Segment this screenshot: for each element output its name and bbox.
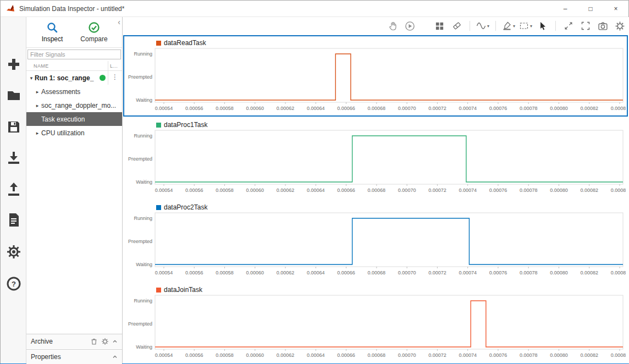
svg-text:0.00058: 0.00058 bbox=[216, 187, 234, 193]
svg-text:0.00070: 0.00070 bbox=[398, 352, 416, 358]
tree-item-cpu-utilization[interactable]: ▸CPU utilization bbox=[26, 126, 122, 140]
svg-text:0.00060: 0.00060 bbox=[246, 187, 264, 193]
svg-text:Running: Running bbox=[134, 216, 152, 221]
svg-text:Waiting: Waiting bbox=[136, 179, 152, 185]
import-button[interactable] bbox=[5, 149, 22, 166]
chart-dataReadTask[interactable]: dataReadTask RunningPreemptedWaiting0.00… bbox=[123, 35, 628, 117]
svg-text:0.00054: 0.00054 bbox=[155, 352, 173, 358]
svg-text:0.00058: 0.00058 bbox=[216, 106, 234, 111]
archive-settings-gear-icon[interactable] bbox=[101, 338, 109, 345]
archive-label: Archive bbox=[31, 338, 53, 345]
svg-text:0.00062: 0.00062 bbox=[277, 106, 295, 111]
svg-text:0.00080: 0.00080 bbox=[550, 352, 568, 358]
create-report-button[interactable] bbox=[5, 211, 22, 228]
open-button[interactable] bbox=[5, 87, 22, 104]
export-button[interactable] bbox=[5, 180, 22, 197]
run-label: Run 1: soc_range_ bbox=[35, 74, 96, 82]
pointer-button[interactable] bbox=[536, 19, 549, 32]
tree-item-task-execution[interactable]: Task execution bbox=[26, 112, 122, 126]
step-plot-dataProc1Task[interactable]: RunningPreemptedWaiting0.000540.000560.0… bbox=[124, 129, 626, 197]
left-toolstrip: ? bbox=[1, 17, 26, 363]
filter-signals-input[interactable] bbox=[27, 49, 121, 59]
tree-item-label: CPU utilization bbox=[41, 129, 85, 137]
fit-to-view-button[interactable] bbox=[562, 19, 575, 32]
replay-button[interactable] bbox=[404, 19, 417, 32]
legend-swatch bbox=[156, 205, 161, 210]
import-icon bbox=[5, 150, 22, 166]
signal-style-button[interactable]: ▾ bbox=[476, 21, 489, 31]
check-circle-icon bbox=[88, 21, 100, 34]
minimize-button[interactable]: – bbox=[553, 1, 578, 16]
svg-text:0.00080: 0.00080 bbox=[550, 187, 568, 193]
svg-text:0.00066: 0.00066 bbox=[337, 270, 355, 275]
expand-icon[interactable]: ▸ bbox=[34, 103, 41, 108]
svg-text:0.00076: 0.00076 bbox=[489, 187, 507, 193]
svg-text:0.00068: 0.00068 bbox=[368, 270, 386, 275]
svg-text:Waiting: Waiting bbox=[136, 344, 152, 350]
tab-inspect[interactable]: Inspect bbox=[34, 19, 70, 47]
svg-text:Preempted: Preempted bbox=[128, 74, 152, 80]
chart-dataProc2Task[interactable]: dataProc2Task RunningPreemptedWaiting0.0… bbox=[123, 200, 628, 281]
close-button[interactable]: × bbox=[603, 1, 628, 16]
run-expander-icon[interactable]: ▾ bbox=[28, 75, 35, 81]
highlight-button[interactable]: ▾ bbox=[502, 21, 515, 31]
svg-text:0.00058: 0.00058 bbox=[216, 270, 234, 275]
tree-item-assessments[interactable]: ▸Assessments bbox=[26, 85, 122, 98]
preferences-button[interactable] bbox=[5, 243, 22, 260]
svg-text:Waiting: Waiting bbox=[136, 262, 152, 267]
legend-swatch bbox=[156, 41, 161, 46]
signals-panel: ‹ Inspect Compare NAME L... ▾ Run 1: soc… bbox=[26, 17, 123, 363]
title-bar: Simulation Data Inspector - untitled* – … bbox=[1, 1, 628, 17]
tab-compare[interactable]: Compare bbox=[76, 19, 112, 47]
svg-text:0.00054: 0.00054 bbox=[155, 187, 173, 193]
svg-text:0.00072: 0.00072 bbox=[428, 106, 446, 111]
legend-label: dataProc1Task bbox=[164, 121, 207, 129]
svg-text:0.00072: 0.00072 bbox=[428, 187, 446, 193]
help-button[interactable]: ? bbox=[5, 275, 22, 292]
new-button[interactable] bbox=[5, 56, 22, 73]
chart-dataJoinTask[interactable]: dataJoinTask RunningPreemptedWaiting0.00… bbox=[123, 282, 628, 363]
snapshot-button[interactable] bbox=[596, 19, 609, 32]
camera-icon bbox=[598, 21, 608, 31]
subplot-layout-button[interactable] bbox=[433, 19, 446, 32]
properties-section-header[interactable]: Properties bbox=[26, 349, 122, 364]
collapse-properties-chevron-icon[interactable] bbox=[112, 354, 118, 360]
svg-text:0.00078: 0.00078 bbox=[520, 106, 538, 111]
step-plot-dataProc2Task[interactable]: RunningPreemptedWaiting0.000540.000560.0… bbox=[124, 212, 626, 280]
eraser-icon bbox=[452, 21, 462, 31]
legend-label: dataJoinTask bbox=[164, 286, 202, 294]
expand-icon[interactable]: ▸ bbox=[34, 89, 41, 95]
trash-icon[interactable] bbox=[90, 338, 98, 345]
svg-text:0.00078: 0.00078 bbox=[520, 270, 538, 275]
svg-text:0.00064: 0.00064 bbox=[307, 270, 325, 275]
signal-tree: ▸Assessments▸soc_range_doppler_mo...Task… bbox=[26, 85, 122, 140]
plot-toolbar: ▾ ▾ ▾ bbox=[387, 17, 626, 35]
run-row[interactable]: ▾ Run 1: soc_range_ ⋮ bbox=[26, 71, 122, 85]
step-plot-dataReadTask[interactable]: RunningPreemptedWaiting0.000540.000560.0… bbox=[124, 47, 626, 115]
svg-text:0.00056: 0.00056 bbox=[185, 352, 203, 358]
clear-plots-button[interactable] bbox=[450, 19, 464, 32]
run-menu-icon[interactable]: ⋮ bbox=[112, 73, 118, 81]
svg-text:Running: Running bbox=[134, 298, 152, 304]
pan-button[interactable] bbox=[387, 19, 400, 32]
step-plot-dataJoinTask[interactable]: RunningPreemptedWaiting0.000540.000560.0… bbox=[124, 294, 626, 362]
zoom-select-button[interactable]: ▾ bbox=[519, 21, 532, 31]
play-circle-icon bbox=[405, 21, 415, 31]
report-icon bbox=[5, 212, 22, 228]
maximize-button[interactable]: □ bbox=[578, 1, 603, 16]
expand-arrows-icon bbox=[564, 21, 573, 31]
svg-text:0.00076: 0.00076 bbox=[489, 352, 507, 358]
fullscreen-button[interactable] bbox=[579, 19, 592, 32]
save-button[interactable] bbox=[5, 118, 22, 135]
gear-icon bbox=[5, 244, 22, 260]
svg-text:0.00084: 0.00084 bbox=[611, 352, 626, 358]
legend-swatch bbox=[156, 288, 161, 293]
tree-item-soc-range-doppler-mo-[interactable]: ▸soc_range_doppler_mo... bbox=[26, 98, 122, 112]
collapse-archive-chevron-icon[interactable] bbox=[112, 339, 118, 344]
pan-hand-icon bbox=[388, 21, 398, 31]
archive-section-header[interactable]: Archive bbox=[26, 334, 122, 349]
svg-text:0.00062: 0.00062 bbox=[277, 352, 295, 358]
settings-button[interactable] bbox=[613, 19, 626, 32]
chart-dataProc1Task[interactable]: dataProc1Task RunningPreemptedWaiting0.0… bbox=[123, 117, 628, 198]
expand-icon[interactable]: ▸ bbox=[34, 130, 41, 136]
